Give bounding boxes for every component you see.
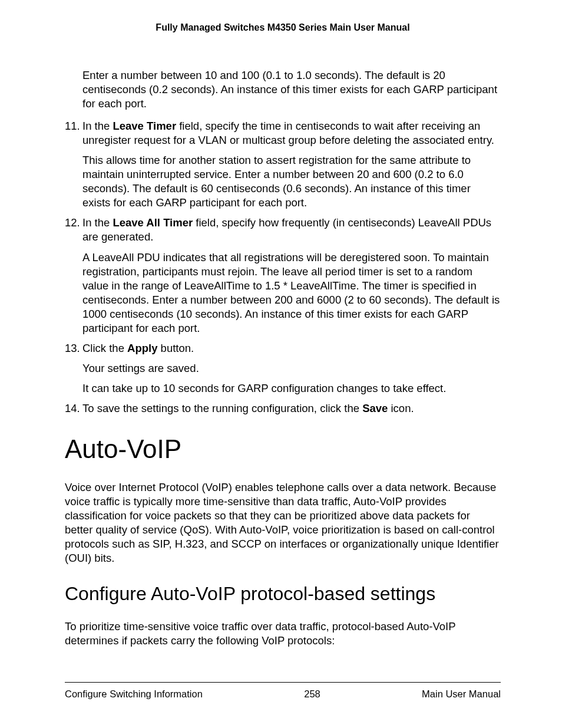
heading-configure-autovoip: Configure Auto-VoIP protocol-based setti… <box>65 582 501 605</box>
page-content: Fully Managed Switches M4350 Series Main… <box>65 22 501 656</box>
step-14-text: To save the settings to the running conf… <box>82 401 501 416</box>
step-11-number: 11. <box>65 119 82 147</box>
footer-left: Configure Switching Information <box>65 689 203 700</box>
step-13-bold: Apply <box>127 342 157 354</box>
configure-paragraph: To prioritize time-sensitive voice traff… <box>65 620 501 648</box>
footer-page-number: 258 <box>304 689 320 700</box>
intro-paragraph: Enter a number between 10 and 100 (0.1 t… <box>82 68 501 111</box>
step-11: 11. In the Leave Timer field, specify th… <box>65 119 501 147</box>
page-footer: Configure Switching Information 258 Main… <box>65 682 501 700</box>
step-13-sub1: Your settings are saved. <box>82 361 501 375</box>
autovoip-paragraph: Voice over Internet Protocol (VoIP) enab… <box>65 480 501 565</box>
page-header-title: Fully Managed Switches M4350 Series Main… <box>65 22 501 33</box>
step-12-bold: Leave All Timer <box>113 216 193 229</box>
step-14-bold: Save <box>362 402 388 414</box>
footer-right: Main User Manual <box>422 689 501 700</box>
step-12-sub: A LeaveAll PDU indicates that all regist… <box>82 251 501 335</box>
step-11-t1: In the <box>82 120 113 132</box>
heading-auto-voip: Auto-VoIP <box>65 434 501 464</box>
step-13-t1: Click the <box>82 342 127 354</box>
step-13-sub2: It can take up to 10 seconds for GARP co… <box>82 381 501 396</box>
step-11-text: In the Leave Timer field, specify the ti… <box>82 119 501 147</box>
step-14: 14. To save the settings to the running … <box>65 401 501 416</box>
step-12-text: In the Leave All Timer field, specify ho… <box>82 216 501 244</box>
step-12: 12. In the Leave All Timer field, specif… <box>65 216 501 244</box>
step-13-text: Click the Apply button. <box>82 341 501 355</box>
step-13: 13. Click the Apply button. <box>65 341 501 355</box>
step-14-number: 14. <box>65 401 82 416</box>
step-13-number: 13. <box>65 341 82 355</box>
step-12-number: 12. <box>65 216 82 244</box>
step-11-bold: Leave Timer <box>113 120 176 132</box>
step-13-t2: button. <box>157 342 194 354</box>
step-14-t2: icon. <box>388 402 414 414</box>
step-11-sub: This allows time for another station to … <box>82 153 501 210</box>
step-14-t1: To save the settings to the running conf… <box>82 402 362 414</box>
step-12-t1: In the <box>82 216 113 229</box>
